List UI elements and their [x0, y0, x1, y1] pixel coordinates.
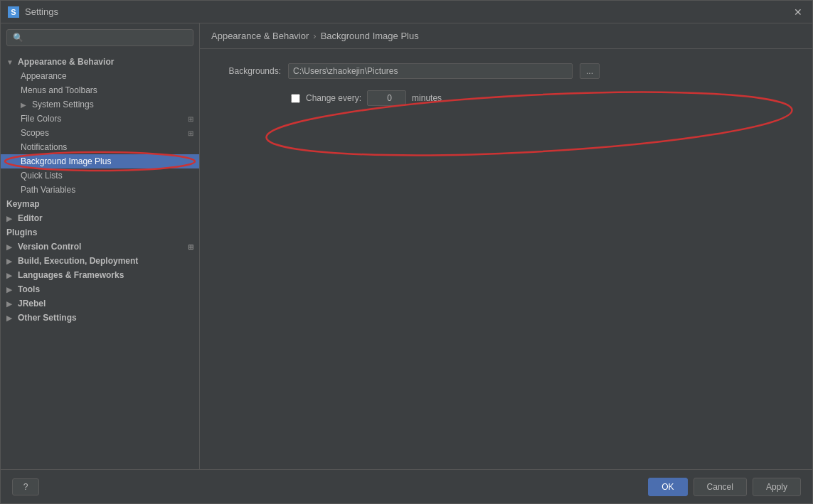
expand-icon: ▶: [6, 286, 15, 294]
sidebar-item-path-variables[interactable]: Path Variables: [1, 183, 199, 197]
sidebar-item-background-image-plus[interactable]: Background Image Plus: [1, 154, 199, 168]
breadcrumb-part-2: Background Image Plus: [321, 31, 419, 41]
sidebar: 🔍 ▼ Appearance & Behavior Appearance Men…: [1, 23, 200, 469]
expand-icon: ▶: [6, 314, 15, 322]
cancel-button[interactable]: Cancel: [694, 478, 747, 496]
sidebar-item-scopes[interactable]: Scopes ⊞: [1, 126, 199, 140]
sidebar-item-appearance[interactable]: Appearance: [1, 69, 199, 83]
breadcrumb-part-1: Appearance & Behavior: [211, 31, 309, 41]
breadcrumb-separator: ›: [313, 31, 316, 41]
sidebar-item-languages-frameworks[interactable]: ▶ Languages & Frameworks: [1, 268, 199, 282]
expand-icon: ▶: [6, 257, 15, 265]
window-title: Settings: [25, 6, 791, 17]
panel-content: Backgrounds: ... Change every: minutes: [200, 49, 812, 469]
help-button[interactable]: ?: [12, 478, 39, 495]
backgrounds-label: Backgrounds:: [217, 66, 281, 76]
sidebar-item-jrebel[interactable]: ▶ JRebel: [1, 296, 199, 311]
expand-icon: ▶: [21, 101, 29, 109]
sidebar-item-editor[interactable]: ▶ Editor: [1, 211, 199, 225]
main-panel: Appearance & Behavior › Background Image…: [200, 23, 812, 469]
minutes-label: minutes: [412, 93, 442, 103]
browse-button[interactable]: ...: [580, 63, 600, 79]
titlebar: S Settings ✕: [1, 1, 812, 23]
change-every-label: Change every:: [306, 93, 361, 103]
backgrounds-input[interactable]: [288, 63, 573, 79]
sidebar-item-tools[interactable]: ▶ Tools: [1, 282, 199, 296]
sidebar-item-appearance-behavior[interactable]: ▼ Appearance & Behavior: [1, 55, 199, 69]
sidebar-item-menus-toolbars[interactable]: Menus and Toolbars: [1, 83, 199, 97]
close-button[interactable]: ✕: [791, 5, 805, 19]
main-content: 🔍 ▼ Appearance & Behavior Appearance Men…: [1, 23, 812, 469]
change-every-checkbox[interactable]: [291, 94, 300, 103]
ok-button[interactable]: OK: [648, 478, 687, 496]
breadcrumb: Appearance & Behavior › Background Image…: [200, 23, 812, 49]
sidebar-item-keymap[interactable]: Keymap: [1, 197, 199, 211]
settings-window: S Settings ✕ 🔍 ▼ Appearance & Behavior A…: [0, 0, 813, 504]
app-icon: S: [8, 6, 19, 18]
sidebar-item-build-execution[interactable]: ▶ Build, Execution, Deployment: [1, 254, 199, 268]
sidebar-item-quick-lists[interactable]: Quick Lists: [1, 168, 199, 183]
sidebar-item-plugins[interactable]: Plugins: [1, 225, 199, 240]
expand-icon: ▶: [6, 272, 15, 279]
sidebar-item-notifications[interactable]: Notifications: [1, 140, 199, 154]
search-input[interactable]: [28, 33, 187, 43]
search-icon: 🔍: [13, 33, 23, 43]
file-colors-icon: ⊞: [188, 115, 193, 123]
sidebar-item-system-settings[interactable]: ▶ System Settings: [1, 97, 199, 112]
bottom-bar: ? OK Cancel Apply: [1, 469, 812, 503]
change-every-input[interactable]: [367, 90, 406, 106]
expand-icon: ▼: [6, 58, 15, 66]
backgrounds-row: Backgrounds: ...: [217, 63, 795, 79]
search-box[interactable]: 🔍: [6, 29, 193, 46]
sidebar-item-other-settings[interactable]: ▶ Other Settings: [1, 311, 199, 325]
change-every-row: Change every: minutes: [217, 90, 795, 106]
sidebar-item-version-control[interactable]: ▶ Version Control ⊞: [1, 240, 199, 254]
expand-icon: ▶: [6, 215, 15, 222]
version-control-icon: ⊞: [188, 243, 193, 251]
scopes-icon: ⊞: [188, 129, 193, 137]
sidebar-item-file-colors[interactable]: File Colors ⊞: [1, 112, 199, 126]
expand-icon: ▶: [6, 243, 15, 251]
nav-tree: ▼ Appearance & Behavior Appearance Menus…: [1, 52, 199, 469]
expand-icon: ▶: [6, 300, 15, 308]
apply-button[interactable]: Apply: [753, 478, 801, 496]
